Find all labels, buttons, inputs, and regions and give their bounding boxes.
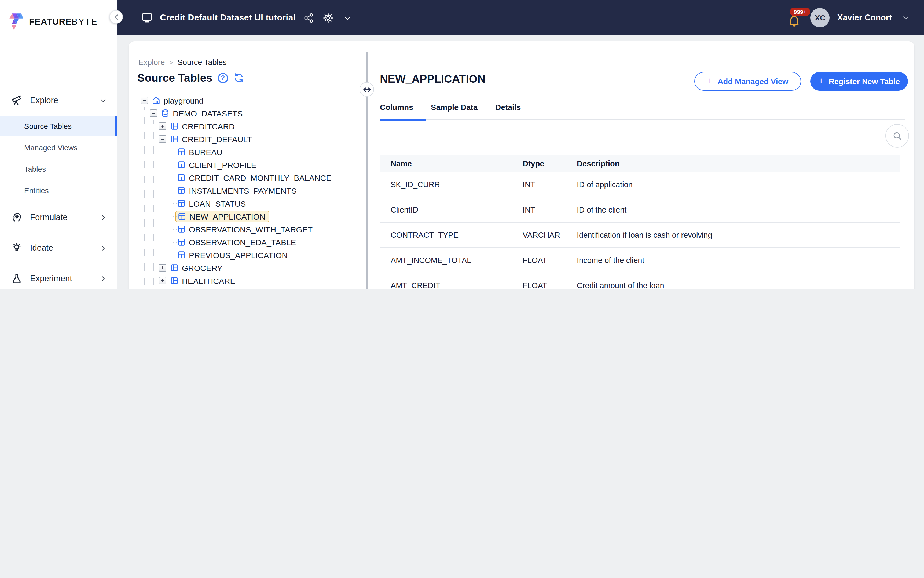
table-actions: + Add Managed View + Register New Table [694, 72, 908, 91]
tree-node-installments-payments[interactable]: INSTALLMENTS_PAYMENTS [129, 184, 365, 197]
table-row[interactable]: AMT_INCOME_TOTALFLOATIncome of the clien… [380, 248, 900, 273]
sidebar-item-experiment[interactable]: Experiment [0, 267, 117, 289]
tree-node-demo-datasets[interactable]: − DEMO_DATASETS [129, 107, 365, 120]
table-tabs: Columns Sample Data Details [380, 103, 538, 112]
breadcrumb-current: Source Tables [178, 58, 227, 67]
table-row[interactable]: ClientIDINTID of the client [380, 198, 900, 223]
search-button[interactable] [885, 124, 909, 148]
top-bar: Credit Default Dataset UI tutorial 999+ … [117, 0, 924, 36]
panel-resize-handle[interactable] [360, 82, 374, 97]
notifications-button[interactable]: 999+ [787, 8, 803, 27]
sidebar-item-explore[interactable]: Explore [0, 89, 117, 112]
expand-expander-icon[interactable]: + [159, 277, 166, 284]
sidebar-item-entities[interactable]: Entities [0, 181, 117, 200]
column-header-description: Description [577, 159, 900, 168]
tree-node-credit-default[interactable]: − CREDIT_DEFAULT [129, 133, 365, 145]
sub-item-label: Tables [24, 165, 46, 173]
breadcrumb-separator: > [169, 58, 173, 66]
breadcrumb-explore[interactable]: Explore [138, 58, 165, 67]
table-icon [177, 199, 186, 208]
tree-node-label: DEMO_DATASETS [173, 109, 243, 118]
sidebar-collapse-button[interactable] [109, 10, 123, 24]
table-icon [177, 173, 186, 182]
sidebar-item-label: Formulate [30, 213, 68, 222]
table-title: NEW_APPLICATION [380, 73, 485, 85]
refresh-icon[interactable] [233, 73, 244, 83]
table-icon [177, 251, 186, 259]
tree-node-label: NEW_APPLICATION [190, 212, 265, 221]
expand-expander-icon[interactable]: + [159, 122, 166, 130]
tree-node-label: HEALTHCARE [182, 276, 235, 285]
table-icon [177, 238, 186, 246]
featurebyte-app: Credit Default Dataset UI tutorial 999+ … [0, 0, 924, 289]
chevron-right-icon [99, 244, 107, 252]
sidebar-item-formulate[interactable]: Formulate [0, 206, 117, 229]
sidebar-item-tables[interactable]: Tables [0, 159, 117, 179]
page-title: Source Tables [137, 71, 212, 84]
tree-node-previous-application[interactable]: PREVIOUS_APPLICATION [129, 248, 365, 261]
collapse-expander-icon[interactable]: − [150, 109, 157, 117]
user-menu-chevron-down-icon[interactable] [899, 11, 912, 24]
share-icon[interactable] [302, 11, 315, 24]
collapse-expander-icon[interactable]: − [159, 135, 166, 143]
featurebyte-logo: FEATUREBYTE [0, 0, 117, 36]
chevron-left-icon [112, 13, 120, 21]
tree-node-label: OBSERVATIONS_WITH_TARGET [189, 225, 313, 234]
table-row[interactable]: SK_ID_CURRINTID of application [380, 172, 900, 198]
tree-node-observation-eda-table[interactable]: OBSERVATION_EDA_TABLE [129, 235, 365, 248]
tree-node-loan-status[interactable]: LOAN_STATUS [129, 197, 365, 210]
sub-item-label: Entities [24, 186, 49, 195]
column-header-dtype: Dtype [523, 159, 577, 168]
tree-node-credit-card-monthly-balance[interactable]: CREDIT_CARD_MONTHLY_BALANCE [129, 171, 365, 184]
source-tables-title-row: Source Tables ? [137, 71, 244, 84]
tab-details[interactable]: Details [495, 103, 521, 112]
tree-node-label: CREDIT_CARD_MONTHLY_BALANCE [189, 173, 331, 182]
sidebar-item-ideate[interactable]: Ideate [0, 236, 117, 260]
tree-node-grocery[interactable]: + GROCERY [129, 261, 365, 274]
resize-arrows-icon [362, 84, 371, 94]
sidebar-item-managed-views[interactable]: Managed Views [0, 138, 117, 157]
tree-selection-highlight: NEW_APPLICATION [175, 211, 270, 222]
table-row[interactable]: AMT_CREDITFLOATCredit amount of the loan [380, 273, 900, 289]
help-icon[interactable]: ? [218, 73, 228, 83]
tree-node-playground[interactable]: − playground [129, 94, 365, 107]
expand-expander-icon[interactable]: + [159, 264, 166, 271]
button-label: Add Managed View [718, 77, 788, 86]
add-managed-view-button[interactable]: + Add Managed View [694, 72, 801, 91]
chevron-right-icon [99, 274, 107, 283]
tree-node-label: CLIENT_PROFILE [189, 160, 256, 169]
tree-node-client-profile[interactable]: CLIENT_PROFILE [129, 158, 365, 171]
columns-table-header: Name Dtype Description [380, 154, 900, 172]
collapse-expander-icon[interactable]: − [141, 97, 148, 104]
tree-node-observations-with-target[interactable]: OBSERVATIONS_WITH_TARGET [129, 223, 365, 235]
tree-node-healthcare[interactable]: + HEALTHCARE [129, 274, 365, 287]
featurebyte-logo-text: FEATUREBYTE [29, 17, 98, 27]
table-icon [177, 148, 186, 156]
column-header-name: Name [380, 159, 523, 168]
tree-node-creditcard[interactable]: + CREDITCARD [129, 120, 365, 133]
tree-node-new-application-selected[interactable]: NEW_APPLICATION [129, 210, 365, 223]
lightbulb-icon [11, 242, 23, 254]
settings-gear-icon[interactable] [321, 11, 334, 24]
table-icon [177, 225, 186, 234]
featurebyte-logo-mark [8, 12, 25, 31]
sidebar-item-source-tables[interactable]: Source Tables [0, 117, 117, 136]
register-new-table-button[interactable]: + Register New Table [810, 72, 908, 91]
tree-node-label: CREDIT_DEFAULT [182, 135, 252, 144]
schema-icon [170, 263, 179, 272]
avatar[interactable]: XC [811, 8, 830, 28]
tree-node-information-schema[interactable]: + INFORMATION_SCHEMA [129, 287, 365, 289]
table-icon [177, 161, 186, 169]
tree-node-label: PREVIOUS_APPLICATION [189, 250, 288, 260]
table-row[interactable]: CONTRACT_TYPEVARCHARIdentification if lo… [380, 223, 900, 248]
head-gear-icon [11, 211, 23, 223]
tree-node-bureau[interactable]: BUREAU [129, 145, 365, 158]
source-tables-tree: − playground − DEMO_DATASETS + CREDITCAR… [129, 94, 365, 289]
sidebar: FEATUREBYTE Explore Source Tables Manage… [0, 0, 117, 289]
home-icon [152, 96, 160, 105]
tabs-divider [380, 119, 905, 120]
workspace-chevron-down-icon[interactable] [341, 11, 353, 24]
tab-columns[interactable]: Columns [380, 103, 413, 112]
tree-node-label: INSTALLMENTS_PAYMENTS [189, 186, 297, 195]
tab-sample-data[interactable]: Sample Data [431, 103, 478, 112]
